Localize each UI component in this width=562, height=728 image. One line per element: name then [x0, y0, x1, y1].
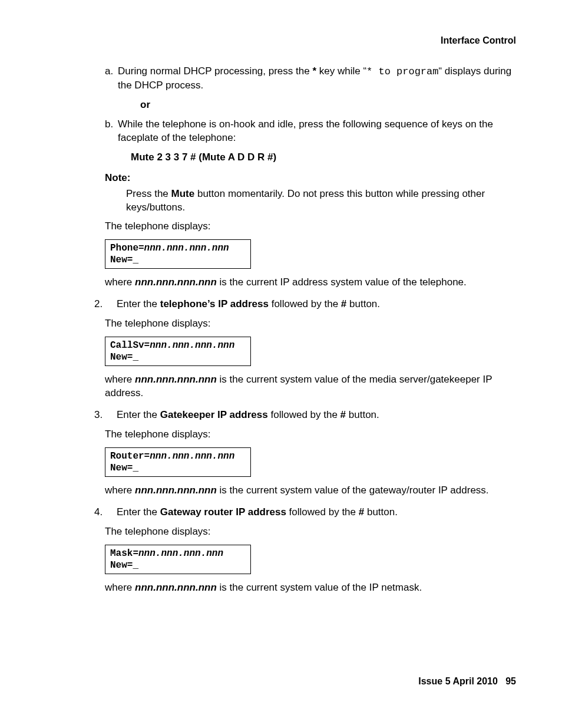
where1-pre: where — [105, 276, 135, 288]
display-box-phone: Phone=nnn.nnn.nnn.nnn New=_ — [105, 239, 251, 269]
step4-pre: Enter the — [117, 506, 160, 518]
where4-ip: nnn.nnn.nnn.nnn — [135, 582, 217, 593]
where-1: where nnn.nnn.nnn.nnn is the current IP … — [105, 276, 517, 289]
step-2: 2. Enter the telephone’s IP address foll… — [105, 298, 517, 400]
box1-new: New=_ — [110, 255, 138, 265]
step3-mid: followed by the — [268, 409, 340, 420]
displays-label-2: The telephone displays: — [105, 317, 517, 331]
step2-mid: followed by the — [269, 298, 341, 309]
substep-a-pre: During normal DHCP processing, press the — [118, 65, 312, 77]
where2-pre: where — [105, 374, 135, 385]
body-content: a. During normal DHCP processing, press … — [105, 65, 517, 603]
step-2-marker: 2. — [94, 298, 103, 311]
step2-post: button. — [346, 298, 380, 309]
substep-a-marker: a. — [105, 65, 113, 78]
note-body: Press the Mute button momentarily. Do no… — [126, 187, 517, 215]
footer-issue: Issue 5 April 2010 — [418, 676, 498, 686]
box4-new: New=_ — [110, 560, 138, 571]
step2-bold: telephone’s IP address — [160, 298, 269, 309]
substep-a-code: * to program — [366, 66, 438, 77]
displays-label-1: The telephone displays: — [105, 220, 517, 233]
box2-label: CallSv= — [110, 340, 150, 351]
page: Interface Control a. During normal DHCP … — [0, 0, 562, 728]
mute-word: Mute — [171, 188, 195, 199]
where-4: where nnn.nnn.nnn.nnn is the current sys… — [105, 581, 517, 595]
step4-hash: # — [359, 506, 364, 518]
where-3: where nnn.nnn.nnn.nnn is the current sys… — [105, 484, 517, 498]
where3-post: is the current system value of the gatew… — [217, 485, 489, 496]
display-box-mask: Mask=nnn.nnn.nnn.nnn New=_ — [105, 545, 251, 574]
note-label: Note: — [105, 172, 517, 185]
where3-ip: nnn.nnn.nnn.nnn — [135, 485, 217, 496]
box4-ip: nnn.nnn.nnn.nnn — [138, 548, 223, 559]
note-pre: Press the — [126, 188, 171, 199]
step-3: 3. Enter the Gatekeeper IP address follo… — [105, 409, 517, 498]
substep-b-marker: b. — [105, 118, 113, 131]
where4-pre: where — [105, 582, 135, 593]
box3-new: New=_ — [110, 463, 138, 473]
box4-label: Mask= — [110, 548, 138, 559]
substep-a-mid: key while “ — [316, 65, 366, 77]
step3-pre: Enter the — [117, 409, 160, 420]
substep-b-text: While the telephone is on-hook and idle,… — [118, 118, 493, 143]
where1-post: is the current IP address system value o… — [217, 276, 467, 288]
substep-a: a. During normal DHCP processing, press … — [105, 65, 517, 112]
box3-label: Router= — [110, 451, 150, 462]
step4-bold: Gateway router IP address — [160, 506, 286, 518]
substep-a-text: During normal DHCP processing, press the… — [118, 65, 511, 91]
step3-hash: # — [340, 409, 346, 420]
step-4: 4. Enter the Gateway router IP address f… — [105, 506, 517, 595]
display-box-callsv: CallSv=nnn.nnn.nnn.nnn New=_ — [105, 337, 251, 366]
where-2: where nnn.nnn.nnn.nnn is the current sys… — [105, 373, 517, 400]
mute-sequence: Mute 2 3 3 7 # (Mute A D D R #) — [131, 151, 517, 164]
substep-b: b. While the telephone is on-hook and id… — [105, 118, 517, 164]
step2-pre: Enter the — [117, 298, 160, 309]
where3-pre: where — [105, 485, 135, 496]
step3-bold: Gatekeeper IP address — [160, 409, 268, 420]
box2-ip: nnn.nnn.nnn.nnn — [150, 340, 234, 351]
page-header: Interface Control — [441, 34, 516, 47]
where2-ip: nnn.nnn.nnn.nnn — [135, 374, 217, 385]
step3-post: button. — [346, 409, 379, 420]
box2-new: New=_ — [110, 352, 138, 363]
step2-hash: # — [341, 298, 346, 309]
page-footer: Issue 5 April 2010 95 — [418, 675, 516, 688]
box1-label: Phone= — [110, 243, 144, 253]
step-4-marker: 4. — [94, 506, 103, 519]
step4-mid: followed by the — [286, 506, 359, 518]
box1-ip: nnn.nnn.nnn.nnn — [144, 243, 229, 253]
displays-label-3: The telephone displays: — [105, 428, 517, 442]
where4-post: is the current system value of the IP ne… — [217, 582, 422, 593]
display-box-router: Router=nnn.nnn.nnn.nnn New=_ — [105, 447, 251, 477]
displays-label-4: The telephone displays: — [105, 525, 517, 539]
step-3-marker: 3. — [94, 409, 103, 422]
box3-ip: nnn.nnn.nnn.nnn — [150, 451, 234, 462]
where1-ip: nnn.nnn.nnn.nnn — [135, 276, 217, 288]
or-divider: or — [140, 98, 517, 112]
step4-post: button. — [364, 506, 398, 518]
footer-page-number: 95 — [505, 676, 516, 686]
